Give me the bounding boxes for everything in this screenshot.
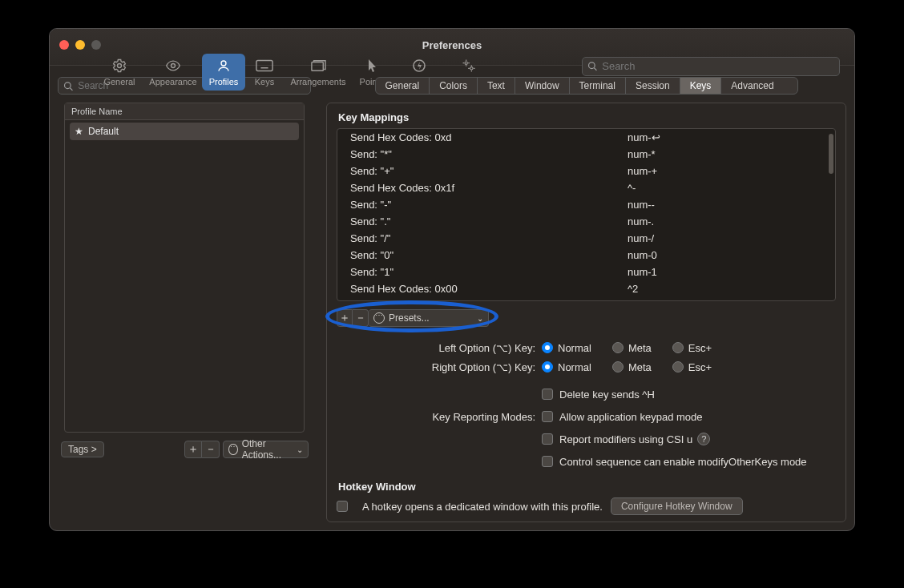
presets-menu[interactable]: Presets... ⌄ [369, 309, 489, 327]
tab-keys[interactable]: Keys [680, 78, 722, 94]
csi-u-checkbox[interactable] [542, 433, 553, 445]
allow-keypad-checkbox[interactable] [542, 411, 553, 422]
star-icon: ★ [75, 126, 83, 137]
profile-table-header[interactable]: Profile Name [65, 103, 304, 120]
titlebar: Preferences General Appearance Profiles … [50, 29, 854, 66]
svg-rect-3 [256, 61, 272, 71]
tab-terminal[interactable]: Terminal [570, 78, 626, 94]
tags-button[interactable]: Tags > [61, 441, 104, 457]
toolbar-general[interactable]: General [95, 54, 144, 91]
radio-icon [542, 361, 553, 373]
hotkey-heading: Hotkey Window [338, 481, 836, 493]
key-mapping-row[interactable]: Send: "."num-. [337, 213, 835, 230]
right-option-label: Right Option (⌥) Key: [337, 361, 542, 373]
key-mapping-row[interactable]: Send: "2"num-2 [337, 297, 835, 301]
help-icon[interactable]: ? [697, 433, 710, 445]
mapping-action: Send: "/" [350, 231, 628, 246]
mapping-action: Send: "-" [350, 197, 628, 212]
add-mapping-button[interactable]: ＋ [337, 309, 353, 327]
svg-point-0 [118, 64, 122, 68]
minus-icon: － [205, 442, 216, 457]
close-icon[interactable] [59, 40, 69, 50]
mapping-action: Send: "*" [350, 147, 628, 162]
scrollbar[interactable] [829, 134, 833, 174]
hotkey-checkbox[interactable] [337, 501, 348, 512]
eye-icon [164, 57, 182, 75]
tab-text[interactable]: Text [478, 78, 515, 94]
left-option-meta[interactable]: Meta [612, 342, 652, 354]
add-profile-button[interactable]: ＋ [184, 441, 202, 458]
key-mappings-footer: ＋ － Presets... ⌄ [337, 308, 836, 328]
other-actions-label: Other Actions... [242, 438, 293, 461]
mapping-shortcut: num-* [628, 147, 656, 162]
mapping-action: Send Hex Codes: 0x00 [350, 281, 628, 296]
plus-icon: ＋ [339, 311, 350, 325]
radio-icon [542, 342, 553, 353]
remove-profile-button[interactable]: － [202, 441, 220, 458]
mapping-shortcut: num-. [628, 214, 654, 229]
tab-colors[interactable]: Colors [430, 78, 478, 94]
window-controls [59, 40, 101, 50]
plus-icon: ＋ [188, 442, 199, 457]
key-mapping-row[interactable]: Send: "/"num-/ [337, 230, 835, 247]
left-option-escplus[interactable]: Esc+ [672, 342, 712, 354]
key-mapping-row[interactable]: Send Hex Codes: 0x1f^- [337, 179, 835, 196]
tab-window[interactable]: Window [515, 78, 570, 94]
modify-other-checkbox[interactable] [542, 456, 553, 467]
key-mapping-row[interactable]: Send Hex Codes: 0xdnum-↩ [337, 129, 835, 146]
key-mapping-row[interactable]: Send: "+"num-+ [337, 163, 835, 179]
profile-row-default[interactable]: ★ Default [70, 123, 299, 140]
delete-sends-checkbox[interactable] [542, 389, 553, 400]
left-option-label: Left Option (⌥) Key: [337, 342, 542, 354]
profile-tabbar: General Colors Text Window Terminal Sess… [375, 77, 798, 95]
mapping-action: Send: "0" [350, 248, 628, 263]
key-mapping-row[interactable]: Send: "0"num-0 [337, 247, 835, 264]
presets-label: Presets... [389, 312, 430, 324]
left-option-normal[interactable]: Normal [542, 342, 591, 354]
csi-u-label: Report modifiers using CSI u [559, 433, 692, 445]
preferences-window: Preferences General Appearance Profiles … [49, 28, 855, 531]
toolbar-appearance[interactable]: Appearance [144, 54, 202, 91]
right-option-escplus[interactable]: Esc+ [672, 361, 712, 373]
mapping-shortcut: num-2 [628, 298, 657, 301]
radio-icon [672, 342, 684, 353]
tab-general[interactable]: General [376, 78, 430, 94]
keys-panel: Key Mappings Send Hex Codes: 0xdnum-↩Sen… [326, 103, 846, 522]
delete-sends-label: Delete key sends ^H [559, 389, 655, 401]
tab-advanced[interactable]: Advanced [721, 78, 783, 94]
remove-mapping-button[interactable]: － [353, 309, 369, 327]
mapping-shortcut: num-+ [628, 163, 657, 179]
radio-icon [612, 361, 624, 373]
toolbar-profiles[interactable]: Profiles [202, 54, 245, 91]
chevron-updown-icon: ⌄ [297, 445, 303, 454]
radio-icon [672, 361, 684, 373]
toolbar-keys[interactable]: Keys [245, 54, 284, 91]
minimize-icon[interactable] [75, 40, 85, 50]
key-mappings-heading: Key Mappings [338, 111, 836, 123]
modify-other-label: Control sequence can enable modifyOtherK… [559, 456, 807, 468]
key-mapping-row[interactable]: Send: "*"num-* [337, 146, 835, 163]
allow-keypad-label: Allow application keypad mode [559, 411, 703, 423]
key-mapping-row[interactable]: Send: "-"num-- [337, 196, 835, 213]
hotkey-label: A hotkey opens a dedicated window with t… [362, 501, 603, 513]
key-mappings-list[interactable]: Send Hex Codes: 0xdnum-↩Send: "*"num-*Se… [337, 128, 836, 301]
mapping-shortcut: num-0 [628, 248, 657, 263]
right-option-meta[interactable]: Meta [612, 361, 652, 373]
sidebar-footer: Tags > ＋ － Other Actions... ⌄ [61, 441, 318, 458]
sidebar: Profile Name ★ Default Tags > ＋ － Other … [50, 66, 318, 530]
right-option-normal[interactable]: Normal [542, 361, 591, 373]
radio-icon [612, 342, 624, 353]
profile-name: Default [88, 126, 119, 137]
key-mapping-row[interactable]: Send: "1"num-1 [337, 264, 835, 280]
mapping-action: Send: "2" [350, 298, 628, 301]
other-actions-menu[interactable]: Other Actions... ⌄ [223, 441, 309, 458]
gear-icon [111, 57, 127, 75]
ellipsis-icon [373, 312, 385, 324]
svg-point-11 [465, 62, 467, 64]
mapping-action: Send: "1" [350, 264, 628, 280]
configure-hotkey-button[interactable]: Configure Hotkey Window [611, 497, 743, 515]
key-mapping-row[interactable]: Send Hex Codes: 0x00^2 [337, 280, 835, 297]
mapping-action: Send: "." [350, 214, 628, 229]
profile-table: Profile Name ★ Default [64, 103, 305, 433]
tab-session[interactable]: Session [626, 78, 680, 94]
